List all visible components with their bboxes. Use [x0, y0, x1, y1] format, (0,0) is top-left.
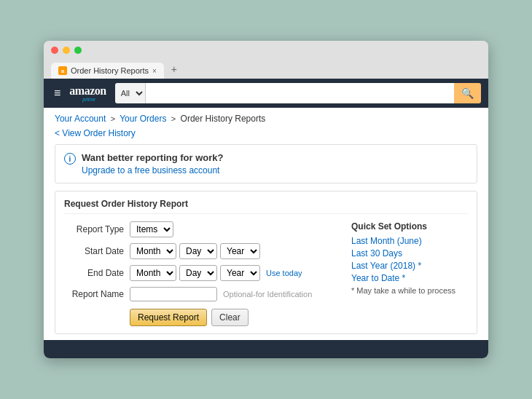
breadcrumb-account-link[interactable]: Your Account: [55, 114, 106, 124]
info-text: Want better reporting for work? Upgrade …: [82, 152, 224, 175]
report-type-label: Report Type: [64, 224, 130, 234]
start-day-select[interactable]: Day: [179, 243, 217, 259]
clear-button[interactable]: Clear: [211, 309, 249, 326]
search-bar: All 🔍: [115, 83, 481, 103]
report-type-select[interactable]: Items: [130, 221, 173, 237]
form-section-title: Request Order History Report: [64, 199, 468, 214]
end-month-select[interactable]: Month: [130, 265, 176, 281]
report-name-control: Optional-for Identification: [130, 287, 312, 301]
tab-label: Order History Reports: [71, 66, 149, 75]
tab-favicon: a: [58, 66, 67, 75]
start-date-row: Start Date Month Day Year: [64, 243, 337, 259]
start-date-label: Start Date: [64, 246, 130, 256]
form-body: Report Type Items Start Date: [64, 221, 468, 326]
back-link-container: < View Order History: [55, 128, 477, 138]
breadcrumb-orders-link[interactable]: Your Orders: [120, 114, 166, 124]
search-category-dropdown[interactable]: All: [115, 83, 146, 103]
start-month-select[interactable]: Month: [130, 243, 176, 259]
start-year-select[interactable]: Year: [220, 243, 260, 259]
traffic-light-red[interactable]: [51, 47, 58, 54]
search-button[interactable]: 🔍: [454, 83, 481, 103]
amazon-prime-label: prime: [82, 97, 95, 102]
traffic-light-yellow[interactable]: [63, 47, 70, 54]
search-icon: 🔍: [461, 87, 474, 99]
report-name-label: Report Name: [64, 289, 130, 299]
end-year-select[interactable]: Year: [220, 265, 260, 281]
search-input[interactable]: [146, 83, 454, 103]
button-row: Request Report Clear: [64, 309, 337, 326]
quick-option-year-to-date[interactable]: Year to Date *: [351, 273, 468, 283]
report-name-row: Report Name Optional-for Identification: [64, 287, 337, 301]
quick-options-note: * May take a while to process: [351, 286, 468, 295]
start-date-control: Month Day Year: [130, 243, 260, 259]
back-link[interactable]: < View Order History: [55, 128, 136, 138]
form-fields: Report Type Items Start Date: [64, 221, 337, 326]
new-tab-button[interactable]: +: [165, 60, 183, 79]
browser-tab-active[interactable]: a Order History Reports ×: [51, 63, 164, 79]
report-name-placeholder-text: Optional-for Identification: [223, 290, 312, 299]
quick-option-last-30[interactable]: Last 30 Days: [351, 248, 468, 258]
tab-close-button[interactable]: ×: [152, 67, 157, 75]
breadcrumb: Your Account > Your Orders > Order Histo…: [55, 114, 477, 124]
upgrade-link[interactable]: Upgrade to a free business account: [82, 165, 219, 175]
hamburger-menu-button[interactable]: ≡: [51, 85, 63, 101]
info-box: i Want better reporting for work? Upgrad…: [55, 144, 477, 183]
quick-options-title: Quick Set Options: [351, 221, 468, 232]
end-date-control: Month Day Year Use today: [130, 265, 302, 281]
end-date-label: End Date: [64, 268, 130, 278]
quick-option-last-month[interactable]: Last Month (June): [351, 236, 468, 246]
amazon-logo[interactable]: amazon prime: [69, 85, 106, 102]
amazon-logo-text: amazon: [69, 85, 106, 97]
breadcrumb-sep1: >: [111, 114, 115, 123]
info-icon: i: [64, 153, 76, 165]
request-report-button[interactable]: Request Report: [130, 309, 207, 326]
browser-footer: [44, 340, 488, 358]
report-type-row: Report Type Items: [64, 221, 337, 237]
use-today-link[interactable]: Use today: [266, 269, 302, 277]
quick-options-panel: Quick Set Options Last Month (June) Last…: [351, 221, 468, 326]
breadcrumb-current: Order History Reports: [181, 114, 266, 124]
end-date-row: End Date Month Day Year: [64, 265, 337, 281]
end-day-select[interactable]: Day: [179, 265, 217, 281]
quick-option-last-year[interactable]: Last Year (2018) *: [351, 261, 468, 271]
breadcrumb-sep2: >: [171, 114, 176, 123]
amazon-header: ≡ amazon prime All 🔍: [44, 79, 488, 108]
report-type-control: Items: [130, 221, 173, 237]
report-name-input[interactable]: [130, 287, 217, 301]
form-section: Request Order History Report Report Type…: [55, 191, 477, 334]
traffic-light-green[interactable]: [74, 47, 82, 54]
info-title: Want better reporting for work?: [82, 152, 224, 163]
